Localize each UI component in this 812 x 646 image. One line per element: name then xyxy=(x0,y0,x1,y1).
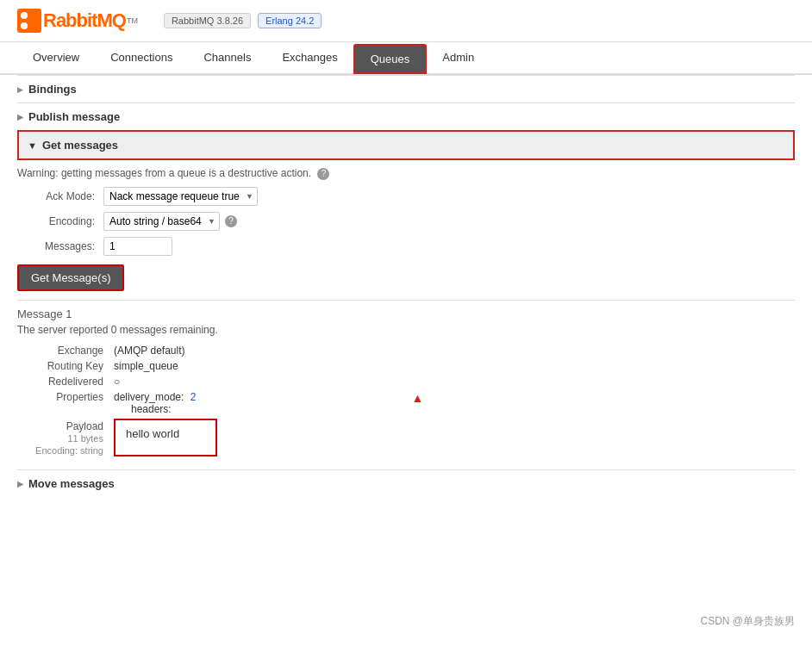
publish-message-label: Publish message xyxy=(28,110,120,123)
warning-help-icon[interactable]: ? xyxy=(317,168,329,180)
logo: RabbitMQ TM xyxy=(17,9,138,33)
logo-text: RabbitMQ xyxy=(43,9,126,32)
properties-value: delivery_mode: 2 headers: xyxy=(114,391,196,415)
messages-input[interactable] xyxy=(103,237,172,256)
redelivered-label: Redelivered xyxy=(17,376,103,388)
bindings-arrow-icon: ▶ xyxy=(17,85,23,94)
move-messages-section: ▶ Move messages xyxy=(17,469,795,497)
properties-row: Properties delivery_mode: 2 headers: ▲ xyxy=(17,391,795,415)
payload-label-key: Payload 11 bytesEncoding: string xyxy=(17,419,103,457)
publish-message-section-header[interactable]: ▶ Publish message xyxy=(17,102,795,130)
destructive-action-warning: Warning: getting messages from a queue i… xyxy=(17,167,795,180)
erlang-version-badge: Erlang 24.2 xyxy=(258,13,322,28)
annotation-triangle-icon: ▲ xyxy=(411,391,423,415)
main-content: ▶ Bindings ▶ Publish message ▼ Get messa… xyxy=(0,75,812,514)
nav-connections[interactable]: Connections xyxy=(95,42,188,75)
redelivered-row: Redelivered ○ xyxy=(17,376,795,388)
move-messages-header[interactable]: ▶ Move messages xyxy=(17,470,795,497)
routing-key-value: simple_queue xyxy=(114,360,178,372)
ack-mode-row: Ack Mode: Nack message requeue true Ack … xyxy=(17,187,795,206)
move-messages-label: Move messages xyxy=(28,477,115,490)
ack-mode-select[interactable]: Nack message requeue true Ack message re… xyxy=(103,187,258,206)
payload-value-box: hello world xyxy=(114,419,217,457)
main-nav: Overview Connections Channels Exchanges … xyxy=(0,42,812,75)
routing-key-label: Routing Key xyxy=(17,360,103,372)
get-messages-label: Get messages xyxy=(42,139,118,152)
routing-key-row: Routing Key simple_queue xyxy=(17,360,795,372)
messages-count-row: Messages: xyxy=(17,237,795,256)
logo-rabbit: Rabbit xyxy=(43,9,97,31)
app-header: RabbitMQ TM RabbitMQ 3.8.26 Erlang 24.2 xyxy=(0,0,812,42)
nav-queues[interactable]: Queues xyxy=(353,44,428,74)
exchange-row: Exchange (AMQP default) xyxy=(17,345,795,357)
encoding-row: Encoding: Auto string / base64 base64 st… xyxy=(17,212,795,231)
headers-label: headers: xyxy=(131,403,172,415)
server-remaining-msg: The server reported 0 messages remaining… xyxy=(17,324,795,336)
delivery-mode-label: delivery_mode: xyxy=(114,391,184,403)
exchange-value: (AMQP default) xyxy=(114,345,184,357)
get-messages-button-container: Get Message(s) xyxy=(17,264,795,291)
encoding-select[interactable]: Auto string / base64 base64 string xyxy=(103,212,220,231)
get-messages-button[interactable]: Get Message(s) xyxy=(17,264,124,291)
nav-exchanges[interactable]: Exchanges xyxy=(266,42,353,75)
payload-meta: 11 bytesEncoding: string xyxy=(35,433,103,456)
get-messages-arrow-icon: ▼ xyxy=(28,140,37,151)
publish-arrow-icon: ▶ xyxy=(17,113,23,121)
encoding-help-icon[interactable]: ? xyxy=(225,215,237,227)
get-messages-section-header[interactable]: ▼ Get messages xyxy=(17,130,795,160)
exchange-label: Exchange xyxy=(17,345,103,357)
message-detail: Exchange (AMQP default) Routing Key simp… xyxy=(17,345,795,457)
rabbitmq-version-badge: RabbitMQ 3.8.26 xyxy=(164,13,251,28)
move-messages-arrow-icon: ▶ xyxy=(17,480,23,488)
ack-mode-select-wrapper[interactable]: Nack message requeue true Ack message re… xyxy=(103,187,258,206)
encoding-label: Encoding: xyxy=(17,215,95,227)
properties-label: Properties xyxy=(17,391,103,415)
ack-mode-label: Ack Mode: xyxy=(17,190,95,202)
nav-admin[interactable]: Admin xyxy=(427,42,490,75)
encoding-select-wrapper[interactable]: Auto string / base64 base64 string xyxy=(103,212,220,231)
message-number-title: Message 1 xyxy=(17,300,795,320)
bindings-label: Bindings xyxy=(28,83,77,96)
nav-overview[interactable]: Overview xyxy=(17,42,95,75)
nav-channels[interactable]: Channels xyxy=(188,42,266,75)
logo-mq: MQ xyxy=(97,9,125,31)
payload-row: Payload 11 bytesEncoding: string hello w… xyxy=(17,419,795,457)
messages-label: Messages: xyxy=(17,240,95,252)
logo-tm: TM xyxy=(127,16,138,25)
logo-icon xyxy=(17,9,41,33)
delivery-mode-value: 2 xyxy=(191,391,197,403)
redelivered-value: ○ xyxy=(114,376,120,388)
bindings-section-header[interactable]: ▶ Bindings xyxy=(17,75,795,102)
